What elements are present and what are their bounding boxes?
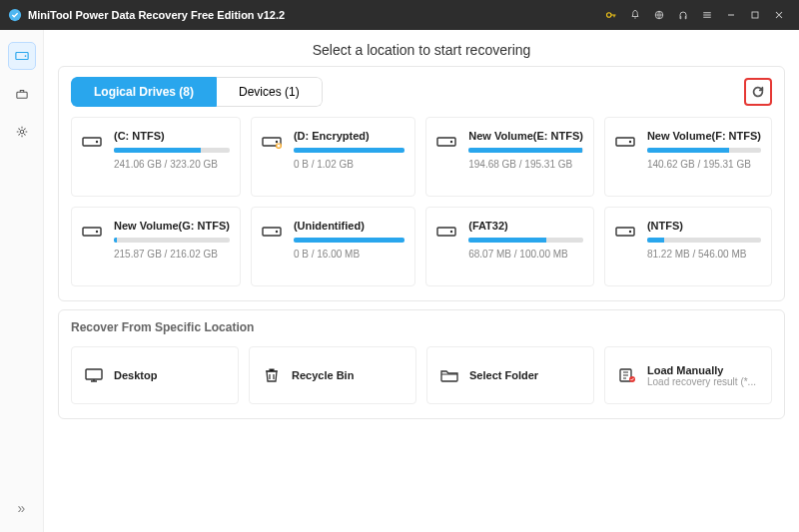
drive-icon bbox=[262, 224, 284, 242]
svg-point-19 bbox=[96, 231, 98, 233]
maximize-icon[interactable] bbox=[743, 3, 767, 27]
sidebar-settings-button[interactable] bbox=[8, 118, 36, 146]
drive-size: 0 B / 1.02 GB bbox=[294, 159, 404, 170]
drive-usage-bar bbox=[468, 148, 583, 153]
drive-icon bbox=[436, 134, 458, 152]
svg-rect-18 bbox=[83, 228, 101, 236]
drive-name: (FAT32) bbox=[468, 220, 583, 232]
svg-rect-8 bbox=[83, 138, 101, 146]
drive-name: New Volume(E: NTFS) bbox=[468, 130, 583, 142]
drive-card[interactable]: New Volume(G: NTFS)215.87 GB / 216.02 GB bbox=[71, 207, 241, 286]
drive-icon bbox=[82, 134, 104, 152]
drive-usage-bar bbox=[114, 148, 230, 153]
view-tabs: Logical Drives (8) Devices (1) bbox=[71, 77, 323, 107]
drive-size: 0 B / 16.00 MB bbox=[294, 249, 404, 260]
tab-logical-drives[interactable]: Logical Drives (8) bbox=[71, 77, 217, 107]
svg-rect-14 bbox=[437, 138, 455, 146]
drive-name: New Volume(F: NTFS) bbox=[647, 130, 761, 142]
svg-rect-6 bbox=[16, 92, 26, 98]
drive-card[interactable]: (NTFS)81.22 MB / 546.00 MB bbox=[604, 207, 772, 286]
drive-card[interactable]: (FAT32)68.07 MB / 100.00 MB bbox=[425, 207, 594, 286]
drive-usage-bar bbox=[647, 148, 761, 153]
drive-name: (NTFS) bbox=[647, 220, 761, 232]
recover-section-title: Recover From Specific Location bbox=[71, 320, 772, 334]
globe-icon[interactable] bbox=[647, 3, 671, 27]
drive-icon bbox=[262, 134, 284, 152]
drive-name: (Unidentified) bbox=[294, 220, 404, 232]
drive-icon bbox=[615, 134, 637, 152]
drive-size: 68.07 MB / 100.00 MB bbox=[468, 249, 583, 260]
svg-point-5 bbox=[24, 55, 26, 57]
app-title: MiniTool Power Data Recovery Free Editio… bbox=[28, 9, 599, 21]
svg-rect-26 bbox=[86, 369, 102, 379]
svg-point-21 bbox=[276, 231, 278, 233]
svg-point-11 bbox=[276, 141, 278, 143]
drive-icon bbox=[82, 224, 104, 242]
headphones-icon[interactable] bbox=[671, 3, 695, 27]
svg-point-1 bbox=[607, 13, 612, 18]
drive-size: 215.87 GB / 216.02 GB bbox=[114, 249, 230, 260]
trash-icon bbox=[262, 367, 282, 383]
drive-icon bbox=[615, 224, 637, 242]
location-name: Recycle Bin bbox=[292, 369, 403, 381]
location-card[interactable]: Desktop bbox=[71, 346, 239, 404]
svg-point-25 bbox=[629, 231, 631, 233]
load-icon bbox=[617, 367, 637, 383]
location-name: Load Manually bbox=[647, 364, 759, 376]
drive-size: 81.22 MB / 546.00 MB bbox=[647, 249, 761, 260]
page-heading: Select a location to start recovering bbox=[44, 30, 799, 66]
drive-name: (D: Encrypted) bbox=[294, 130, 404, 142]
close-icon[interactable] bbox=[767, 3, 791, 27]
drive-usage-bar bbox=[468, 238, 583, 243]
svg-point-7 bbox=[20, 130, 24, 134]
svg-point-17 bbox=[629, 141, 631, 143]
svg-rect-16 bbox=[616, 138, 634, 146]
folder-icon bbox=[439, 367, 459, 383]
location-name: Select Folder bbox=[469, 369, 581, 381]
recover-locations-panel: Recover From Specific Location DesktopRe… bbox=[58, 309, 785, 419]
svg-rect-24 bbox=[616, 228, 634, 236]
desktop-icon bbox=[84, 367, 104, 383]
refresh-button[interactable] bbox=[744, 78, 772, 106]
location-card[interactable]: Load ManuallyLoad recovery result (*... bbox=[604, 346, 772, 404]
location-card[interactable]: Recycle Bin bbox=[249, 346, 416, 404]
svg-rect-3 bbox=[752, 12, 758, 18]
drive-name: New Volume(G: NTFS) bbox=[114, 220, 230, 232]
location-sub: Load recovery result (*... bbox=[647, 376, 759, 387]
bell-icon[interactable] bbox=[623, 3, 647, 27]
sidebar-expand-icon[interactable]: » bbox=[8, 494, 36, 522]
location-name: Desktop bbox=[114, 369, 226, 381]
drive-name: (C: NTFS) bbox=[114, 130, 230, 142]
svg-point-9 bbox=[96, 141, 98, 143]
drive-icon bbox=[436, 224, 458, 242]
drive-size: 140.62 GB / 195.31 GB bbox=[647, 159, 761, 170]
drive-size: 241.06 GB / 323.20 GB bbox=[114, 159, 230, 170]
drive-usage-bar bbox=[294, 238, 404, 243]
location-card[interactable]: Select Folder bbox=[426, 346, 594, 404]
svg-point-23 bbox=[450, 231, 452, 233]
menu-icon[interactable] bbox=[695, 3, 719, 27]
refresh-icon bbox=[751, 85, 765, 99]
svg-point-15 bbox=[450, 141, 452, 143]
drive-card[interactable]: New Volume(F: NTFS)140.62 GB / 195.31 GB bbox=[604, 117, 772, 197]
svg-rect-20 bbox=[263, 228, 281, 236]
drive-usage-bar bbox=[647, 238, 761, 243]
sidebar-toolbox-button[interactable] bbox=[8, 80, 36, 108]
titlebar: MiniTool Power Data Recovery Free Editio… bbox=[0, 0, 799, 30]
drive-card[interactable]: (Unidentified)0 B / 16.00 MB bbox=[251, 207, 415, 286]
drive-size: 194.68 GB / 195.31 GB bbox=[468, 159, 583, 170]
drives-panel: Logical Drives (8) Devices (1) (C: NTFS)… bbox=[58, 66, 785, 301]
tab-devices[interactable]: Devices (1) bbox=[217, 77, 323, 107]
svg-rect-13 bbox=[277, 145, 280, 148]
drive-card[interactable]: (C: NTFS)241.06 GB / 323.20 GB bbox=[71, 117, 241, 197]
main-content: Select a location to start recovering Lo… bbox=[44, 30, 799, 532]
drive-card[interactable]: (D: Encrypted)0 B / 1.02 GB bbox=[251, 117, 415, 197]
key-icon[interactable] bbox=[599, 3, 623, 27]
minimize-icon[interactable] bbox=[719, 3, 743, 27]
app-logo-icon bbox=[8, 8, 22, 22]
drive-usage-bar bbox=[114, 238, 230, 243]
drive-card[interactable]: New Volume(E: NTFS)194.68 GB / 195.31 GB bbox=[425, 117, 594, 197]
sidebar: » bbox=[0, 30, 44, 532]
drive-usage-bar bbox=[294, 148, 404, 153]
sidebar-recovery-button[interactable] bbox=[8, 42, 36, 70]
